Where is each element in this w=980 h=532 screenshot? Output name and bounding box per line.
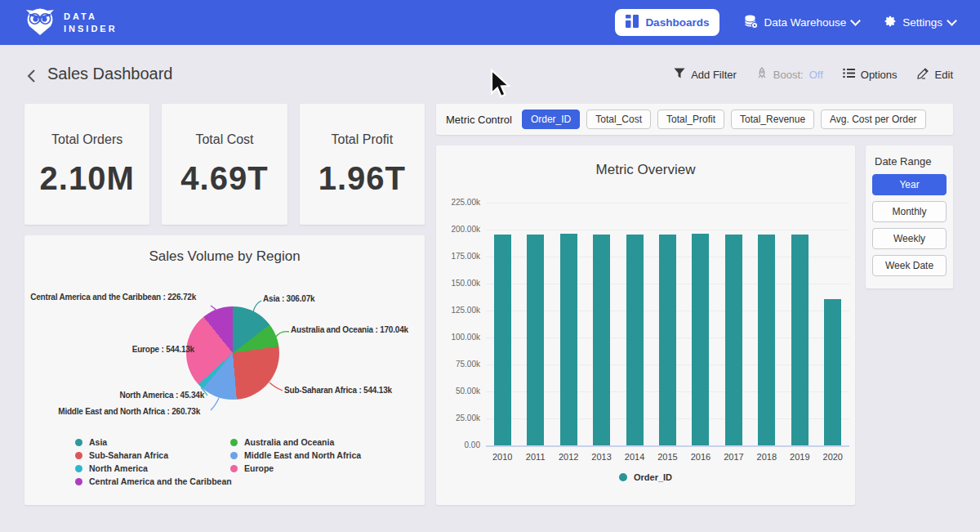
bar-slot: [585, 203, 617, 445]
back-button[interactable]: [23, 67, 41, 85]
metric-chip-order-id[interactable]: Order_ID: [522, 110, 580, 129]
nav-data-warehouse[interactable]: Data Warehouse: [744, 15, 859, 31]
pie-legend-north-america[interactable]: North America: [75, 462, 230, 475]
nav-data-warehouse-label: Data Warehouse: [764, 16, 846, 29]
legend-dot: [75, 439, 82, 446]
bar-2014[interactable]: [626, 235, 644, 445]
pie-legend-asia[interactable]: Asia: [75, 436, 230, 449]
mouse-cursor: [488, 69, 511, 103]
brand-logo[interactable]: DATAINSIDER: [24, 7, 118, 39]
y-tick-label: 100.00k: [431, 333, 480, 342]
metric-chip-total-cost[interactable]: Total_Cost: [586, 110, 651, 129]
legend-dot: [230, 439, 238, 446]
x-tick-2010: 2010: [486, 452, 519, 462]
bar-2015[interactable]: [659, 235, 676, 445]
pie-legend-middle-east-and-north-africa[interactable]: Middle East and North Africa: [230, 449, 361, 462]
database-icon: [744, 15, 758, 31]
pie-legend-sub-saharan-africa[interactable]: Sub-Saharan Africa: [75, 449, 230, 462]
y-tick-label: 75.00k: [431, 360, 480, 369]
x-tick-2015: 2015: [651, 452, 684, 462]
bar-2020[interactable]: [824, 299, 841, 445]
metric-chips: Order_IDTotal_CostTotal_ProfitTotal_Reve…: [522, 110, 926, 129]
metric-chip-total-revenue[interactable]: Total_Revenue: [731, 110, 814, 129]
legend-dot: [75, 465, 82, 472]
legend-label: Australia and Oceania: [244, 437, 334, 447]
nav-settings-label: Settings: [902, 16, 942, 29]
bar-chart-title: Metric Overview: [436, 162, 855, 178]
bar-slot: [717, 203, 750, 445]
nav-settings[interactable]: Settings: [884, 15, 956, 30]
date-range-year[interactable]: Year: [872, 174, 947, 195]
y-tick-label: 225.00k: [431, 198, 480, 207]
kpi-total-cost: Total Cost 4.69T: [162, 104, 287, 225]
add-filter-label: Add Filter: [691, 69, 737, 81]
bars: [486, 203, 849, 445]
kpi-label: Total Cost: [195, 132, 253, 147]
filter-funnel-icon: [674, 68, 685, 82]
page-title: Sales Dashboard: [47, 65, 172, 83]
bar-2016[interactable]: [692, 234, 709, 445]
pie-legend-central-america-and-the-caribbean[interactable]: Central America and the Caribbean: [75, 475, 230, 488]
legend-label: Asia: [89, 437, 107, 447]
metric-control-bar: Metric Control Order_IDTotal_CostTotal_P…: [436, 104, 953, 135]
pie-label-australia-oceania: Australia and Oceania : 170.04k: [291, 325, 408, 334]
kpi-label: Total Orders: [51, 132, 122, 147]
bar-2018[interactable]: [758, 235, 775, 445]
legend-label: Order_ID: [634, 472, 672, 482]
legend-label: Sub-Saharan Africa: [89, 450, 168, 460]
date-range-monthly[interactable]: Monthly: [872, 201, 947, 222]
pie-chart[interactable]: [186, 306, 279, 400]
bar-slot: [552, 203, 585, 445]
pie-legend-australia-and-oceania[interactable]: Australia and Oceania: [230, 436, 361, 449]
metric-control-label: Metric Control: [446, 114, 512, 126]
add-filter-button[interactable]: Add Filter: [674, 68, 737, 82]
pie-chart-title: Sales Volume by Region: [24, 248, 425, 265]
pie-legend-europe[interactable]: Europe: [230, 462, 361, 475]
bar-chart-legend[interactable]: Order_ID: [436, 472, 855, 482]
options-button[interactable]: Options: [843, 68, 898, 81]
kpi-total-orders: Total Orders 2.10M: [24, 104, 149, 225]
legend-dot: [619, 473, 627, 481]
kpi-value: 2.10M: [40, 160, 135, 197]
edit-button[interactable]: Edit: [917, 67, 953, 82]
bar-2010[interactable]: [494, 235, 511, 445]
legend-label: Middle East and North Africa: [244, 450, 361, 460]
nav-dashboards-label: Dashboards: [645, 16, 709, 29]
pencil-icon: [917, 67, 929, 82]
y-tick-label: 0.00: [431, 440, 480, 449]
date-range-options: YearMonthlyWeeklyWeek Date: [872, 174, 947, 276]
x-tick-2017: 2017: [717, 452, 750, 462]
bar-2017[interactable]: [725, 235, 742, 445]
bar-2011[interactable]: [527, 235, 544, 445]
bar-slot: [618, 203, 651, 445]
kpi-row: Total Orders 2.10M Total Cost 4.69T Tota…: [24, 104, 425, 225]
bar-slot: [651, 203, 684, 445]
bar-2019[interactable]: [791, 235, 808, 445]
metric-chip-avg-cost-per-order[interactable]: Avg. Cost per Order: [821, 110, 926, 129]
legend-dot: [75, 452, 82, 459]
y-tick-label: 175.00k: [431, 252, 480, 261]
bar-2012[interactable]: [560, 234, 577, 445]
kpi-value: 4.69T: [180, 160, 268, 197]
metric-overview-card: Metric Overview 225.00k200.00k175.00k150…: [436, 145, 855, 505]
options-label: Options: [861, 69, 898, 81]
date-range-week-date[interactable]: Week Date: [872, 255, 947, 276]
boost-state: Off: [809, 69, 823, 81]
legend-label: Europe: [244, 463, 274, 473]
y-tick-label: 150.00k: [431, 279, 480, 288]
kpi-value: 1.96T: [318, 160, 406, 197]
nav-dashboards-button[interactable]: Dashboards: [615, 9, 719, 36]
metric-chip-total-profit[interactable]: Total_Profit: [657, 110, 724, 129]
x-tick-2013: 2013: [585, 452, 617, 462]
bar-slot: [751, 203, 783, 445]
boost-toggle[interactable]: Boost: Off: [756, 67, 823, 82]
date-range-label: Date Range: [875, 155, 947, 168]
kpi-total-profit: Total Profit 1.96T: [300, 104, 425, 225]
pie-label-europe: Europe : 544.13k: [132, 345, 194, 354]
date-range-weekly[interactable]: Weekly: [872, 228, 947, 249]
kpi-label: Total Profit: [332, 132, 394, 147]
bar-2013[interactable]: [593, 235, 610, 445]
bar-plot-area: 225.00k200.00k175.00k150.00k125.00k100.0…: [486, 203, 849, 445]
y-tick-label: 25.00k: [431, 414, 480, 422]
dashboards-grid-icon: [626, 15, 639, 30]
